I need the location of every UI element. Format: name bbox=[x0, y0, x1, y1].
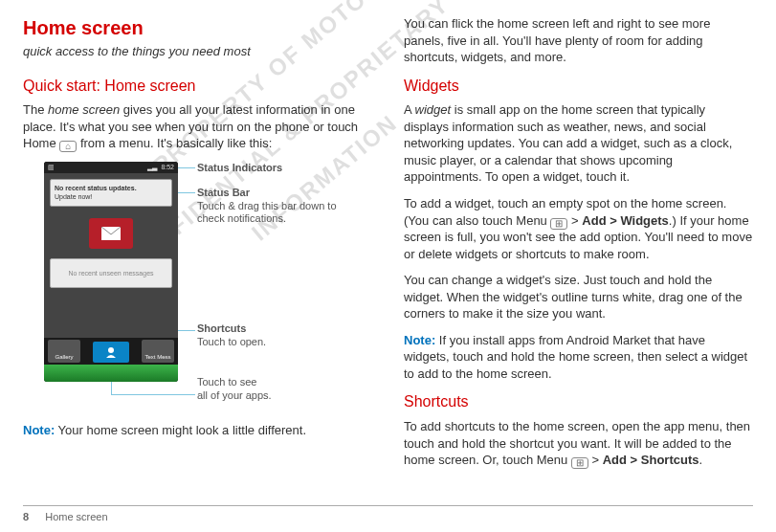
text: The bbox=[23, 102, 48, 117]
status-time: 8:52 bbox=[161, 164, 174, 170]
phone-status-widget: No recent status updates. Update now! bbox=[50, 179, 172, 207]
left-column: Home screen quick access to the things y… bbox=[23, 15, 377, 478]
callout-desc: Touch & drag this bar down to check noti… bbox=[197, 200, 360, 227]
callout-shortcuts: Shortcuts Touch to open. bbox=[197, 322, 266, 349]
dock-all-apps-button bbox=[93, 342, 129, 363]
text: is small app on the home screen that typ… bbox=[404, 102, 732, 184]
callout-label: Shortcuts bbox=[197, 322, 266, 336]
person-icon bbox=[104, 346, 118, 358]
phone-status-bar: ▥ ▂▃ 8:52 bbox=[44, 162, 178, 173]
status-widget-line1: No recent status updates. bbox=[55, 184, 167, 192]
widgets-paragraph-2: To add a widget, touch an empty spot on … bbox=[404, 195, 753, 262]
phone-body: No recent status updates. Update now! No… bbox=[44, 173, 178, 365]
text: > bbox=[567, 213, 582, 228]
dock-app-textmess: Text Mess bbox=[142, 340, 174, 363]
widgets-paragraph-1: A widget is small app on the home screen… bbox=[404, 101, 753, 186]
page-subtitle: quick access to the things you need most bbox=[23, 43, 377, 60]
widgets-paragraph-3: You can change a widget's size. Just tou… bbox=[404, 272, 753, 322]
callout-apps: Touch to see all of your apps. bbox=[197, 376, 272, 403]
note-paragraph: Note: Your home screen might look a litt… bbox=[23, 422, 377, 439]
dock-app-gallery: Gallery bbox=[48, 340, 80, 363]
messages-widget: No recent unseen messages bbox=[50, 258, 172, 288]
leader-line bbox=[111, 394, 195, 395]
text: from a menu. It's basically like this: bbox=[77, 136, 272, 150]
menu-path: Add > Shortcuts bbox=[603, 453, 699, 467]
note-label: Note: bbox=[404, 333, 435, 347]
section-quickstart-paragraph: The home screen gives you all your lates… bbox=[23, 101, 377, 152]
text: > bbox=[588, 453, 603, 467]
mail-icon-tile bbox=[89, 218, 133, 249]
phone-mockup: ▥ ▂▃ 8:52 No recent status updates. Upda… bbox=[44, 162, 178, 382]
home-icon bbox=[59, 141, 77, 152]
menu-icon bbox=[571, 457, 588, 469]
callout-status-indicators: Status Indicators bbox=[197, 162, 282, 175]
status-left-icons: ▥ bbox=[48, 163, 55, 171]
section-shortcuts-heading: Shortcuts bbox=[404, 391, 753, 412]
phone-dock: Gallery Text Mess bbox=[44, 338, 178, 365]
callout-label: Status Indicators bbox=[197, 162, 282, 173]
leader-line bbox=[178, 192, 195, 193]
page-footer-label: Home screen bbox=[45, 511, 107, 522]
callout-desc: Touch to open. bbox=[197, 336, 266, 349]
right-column: You can flick the home screen left and r… bbox=[404, 15, 753, 478]
leader-line bbox=[178, 167, 195, 168]
section-widgets-heading: Widgets bbox=[404, 76, 753, 97]
note-text: Your home screen might look a little dif… bbox=[55, 423, 306, 437]
status-right: ▂▃ 8:52 bbox=[147, 163, 174, 171]
phone-illustration-area: ▥ ▂▃ 8:52 No recent status updates. Upda… bbox=[44, 162, 377, 410]
status-widget-line2: Update now! bbox=[55, 192, 167, 201]
term-widget: widget bbox=[415, 102, 452, 117]
menu-icon bbox=[550, 218, 567, 230]
callout-status-bar: Status Bar Touch & drag this bar down to… bbox=[197, 187, 360, 226]
note-label: Note: bbox=[23, 423, 55, 437]
note-text: If you install apps from Android Market … bbox=[404, 333, 747, 381]
page-title: Home screen bbox=[23, 15, 377, 41]
page-number: 8 bbox=[23, 511, 29, 522]
callout-label: Status Bar bbox=[197, 187, 360, 200]
leader-line bbox=[178, 330, 195, 331]
menu-path: Add > Widgets bbox=[582, 213, 669, 228]
text: . bbox=[698, 453, 702, 467]
page-columns: Home screen quick access to the things y… bbox=[23, 15, 753, 478]
right-intro-paragraph: You can flick the home screen left and r… bbox=[404, 15, 753, 66]
page-footer: 8 Home screen bbox=[23, 505, 753, 524]
section-quickstart-heading: Quick start: Home screen bbox=[23, 76, 377, 97]
shortcuts-paragraph-1: To add shortcuts to the home screen, ope… bbox=[404, 418, 753, 469]
svg-point-1 bbox=[108, 347, 114, 353]
text: A bbox=[404, 102, 415, 117]
term-home-screen: home screen bbox=[48, 102, 120, 117]
widgets-note-paragraph: Note: If you install apps from Android M… bbox=[404, 332, 753, 383]
envelope-icon bbox=[101, 227, 121, 240]
phone-bottom-bar bbox=[44, 365, 178, 382]
